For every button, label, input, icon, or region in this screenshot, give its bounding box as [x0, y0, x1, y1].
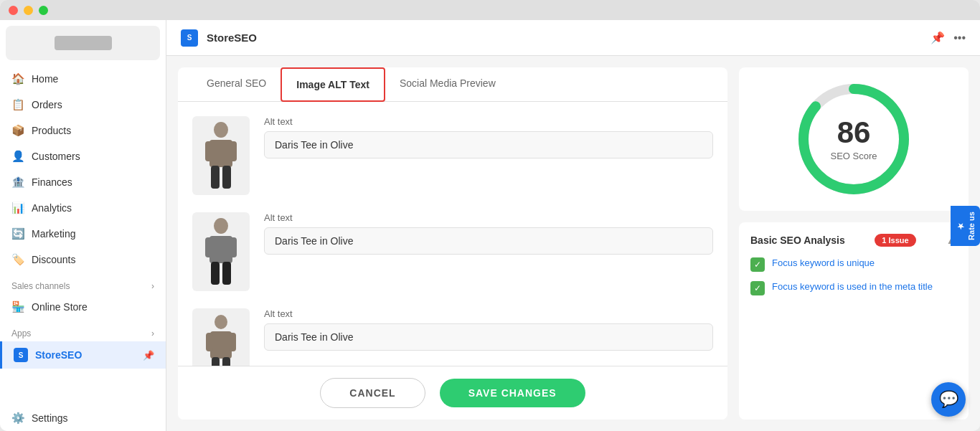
pin-icon: 📌	[143, 350, 154, 361]
close-button[interactable]	[9, 6, 18, 15]
customers-icon: 👤	[11, 150, 24, 163]
alt-section-1: Alt text	[192, 116, 713, 195]
product-image-svg-2	[199, 216, 242, 288]
product-image-svg-1	[199, 120, 242, 191]
sidebar-item-settings[interactable]: ⚙️ Settings	[0, 405, 166, 431]
star-icon: ★	[955, 221, 964, 230]
logo-placeholder	[55, 36, 112, 50]
rate-us-container: ★ Rate us	[951, 206, 980, 246]
sidebar-item-products-label: Products	[32, 125, 71, 136]
check-icon-2: ✓	[750, 281, 765, 295]
svg-point-12	[215, 315, 227, 329]
titlebar	[0, 0, 980, 20]
content-area: General SEO Image ALT Text Social Media …	[166, 56, 980, 431]
alt-text-group-1: Alt text	[264, 116, 713, 158]
topbar: S StoreSEO 📌 •••	[166, 20, 980, 56]
apps-label: Apps	[11, 328, 31, 338]
sidebar-item-finances[interactable]: 🏦 Finances	[0, 169, 166, 195]
sidebar-item-storeseo[interactable]: S StoreSEO 📌	[0, 341, 166, 369]
seo-score-circle: 86 SEO Score	[796, 82, 911, 196]
tabs-container: General SEO Image ALT Text Social Media …	[178, 67, 727, 102]
analysis-title: Basic SEO Analysis	[750, 235, 845, 246]
sidebar-item-marketing[interactable]: 🔄 Marketing	[0, 221, 166, 247]
alt-section-3: Alt text	[192, 308, 713, 366]
sales-channels-label: Sales channels	[11, 281, 70, 291]
sidebar: 🏠 Home 📋 Orders 📦 Products 👤 Customers 🏦…	[0, 20, 166, 431]
online-store-icon: 🏪	[11, 300, 24, 313]
alt-text-group-2: Alt text	[264, 212, 713, 255]
svg-rect-15	[229, 333, 236, 351]
seo-score-card: 86 SEO Score	[739, 67, 969, 211]
storeseo-label: StoreSEO	[35, 349, 136, 361]
score-text: 86 SEO Score	[830, 118, 877, 161]
product-image-1	[192, 116, 250, 195]
products-icon: 📦	[11, 124, 24, 137]
svg-rect-7	[209, 236, 232, 263]
svg-rect-4	[211, 166, 220, 189]
analysis-text-1: Focus keyword is unique	[772, 257, 875, 270]
more-icon[interactable]: •••	[953, 32, 966, 44]
sidebar-item-online-store[interactable]: 🏪 Online Store	[0, 294, 166, 320]
alt-section-2: Alt text	[192, 212, 713, 291]
sidebar-item-orders-label: Orders	[32, 99, 62, 110]
svg-rect-13	[210, 331, 232, 359]
app-window: 🏠 Home 📋 Orders 📦 Products 👤 Customers 🏦…	[0, 0, 980, 431]
sidebar-item-analytics[interactable]: 📊 Analytics	[0, 195, 166, 221]
alt-input-1[interactable]	[264, 131, 713, 158]
finances-icon: 🏦	[11, 176, 24, 189]
sidebar-item-finances-label: Finances	[32, 176, 72, 188]
pin-topbar-icon[interactable]: 📌	[930, 31, 945, 44]
product-image-2	[192, 212, 250, 291]
alt-text-group-3: Alt text	[264, 308, 713, 351]
settings-icon: ⚙️	[11, 412, 24, 425]
sidebar-item-discounts-label: Discounts	[32, 254, 75, 265]
svg-rect-9	[230, 237, 237, 257]
alt-input-3[interactable]	[264, 323, 713, 351]
app-body: 🏠 Home 📋 Orders 📦 Products 👤 Customers 🏦…	[0, 20, 980, 431]
svg-rect-8	[205, 237, 212, 257]
check-icon-1: ✓	[750, 257, 765, 272]
sidebar-item-online-store-label: Online Store	[32, 301, 88, 313]
chat-button[interactable]: 💬	[931, 382, 966, 417]
svg-rect-10	[211, 262, 220, 285]
analysis-item-1: ✓ Focus keyword is unique	[750, 257, 957, 272]
sales-channels-section: Sales channels ›	[0, 273, 166, 294]
alt-input-2[interactable]	[264, 227, 713, 255]
maximize-button[interactable]	[39, 6, 48, 15]
sidebar-item-orders[interactable]: 📋 Orders	[0, 92, 166, 118]
apps-section: Apps ›	[0, 320, 166, 341]
rate-us-button[interactable]: ★ Rate us	[951, 206, 980, 246]
sidebar-item-home[interactable]: 🏠 Home	[0, 66, 166, 92]
home-icon: 🏠	[11, 72, 24, 85]
issue-badge: 1 Issue	[875, 234, 915, 247]
minimize-button[interactable]	[24, 6, 33, 15]
svg-rect-3	[230, 141, 237, 161]
svg-rect-2	[205, 141, 212, 161]
tab-image-alt-text[interactable]: Image ALT Text	[281, 67, 385, 102]
sidebar-item-discounts[interactable]: 🏷️ Discounts	[0, 247, 166, 273]
sidebar-item-marketing-label: Marketing	[32, 228, 75, 240]
sidebar-item-customers[interactable]: 👤 Customers	[0, 143, 166, 169]
svg-point-6	[214, 218, 228, 234]
tab-social-media-preview[interactable]: Social Media Preview	[385, 67, 510, 101]
sidebar-item-home-label: Home	[32, 73, 58, 85]
cancel-button[interactable]: CANCEL	[320, 378, 425, 408]
svg-rect-11	[222, 262, 231, 285]
sales-channels-chevron: ›	[151, 281, 154, 291]
apps-chevron: ›	[151, 328, 154, 338]
sidebar-item-analytics-label: Analytics	[32, 202, 72, 214]
product-image-svg-3	[199, 312, 242, 366]
alt-label-1: Alt text	[264, 116, 713, 127]
analytics-icon: 📊	[11, 202, 24, 214]
tab-general-seo[interactable]: General SEO	[192, 67, 281, 101]
sidebar-item-customers-label: Customers	[32, 151, 80, 162]
product-image-3	[192, 308, 250, 366]
storeseo-icon: S	[14, 348, 28, 362]
svg-point-0	[214, 122, 228, 138]
footer-buttons: CANCEL SAVE CHANGES	[178, 366, 727, 420]
discounts-icon: 🏷️	[11, 253, 24, 266]
sidebar-item-products[interactable]: 📦 Products	[0, 118, 166, 143]
save-button[interactable]: SAVE CHANGES	[440, 379, 585, 407]
alt-label-2: Alt text	[264, 212, 713, 223]
analysis-item-2: ✓ Focus keyword is used in the meta titl…	[750, 280, 957, 295]
